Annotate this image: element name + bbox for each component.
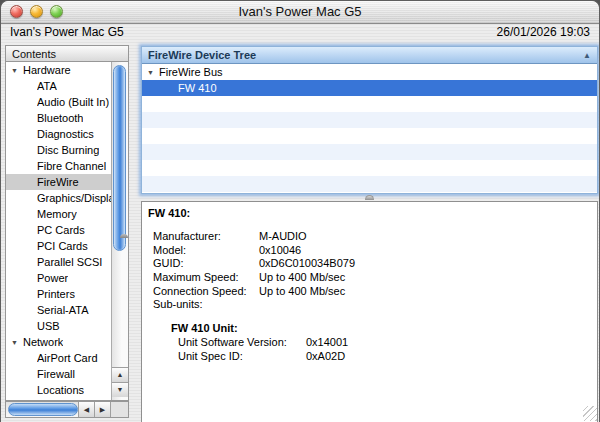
computer-name-label: Ivan's Power Mac G5 [10, 25, 124, 39]
detail-label: GUID: [153, 257, 259, 271]
window-resize-grip[interactable] [583, 406, 597, 421]
detail-label: Maximum Speed: [153, 271, 259, 285]
sidebar-splitter-caret[interactable] [120, 234, 128, 238]
detail-row: Maximum Speed: Up to 400 Mb/sec [153, 271, 591, 285]
subunit-section: FW 410 Unit: Unit Software Version: 0x14… [153, 322, 591, 363]
sidebar-item[interactable]: ▼ Bluetooth [6, 110, 111, 126]
sidebar-item-label: USB [37, 318, 60, 334]
title-bar[interactable]: Ivan's Power Mac G5 [1, 1, 599, 24]
detail-label: Unit Software Version: [178, 336, 306, 350]
sidebar-item-label: FireWire [37, 174, 79, 190]
vertical-scroll-buttons: ▲ ▼ [112, 367, 128, 397]
scroll-down-icon: ▼ [117, 386, 124, 393]
detail-value: M-AUDIO [259, 230, 307, 244]
device-details-panel: FW 410: Manufacturer: M-AUDIO Model: 0x1… [141, 201, 598, 422]
fw410-device-row[interactable]: FW 410 [142, 80, 597, 96]
scroll-right-button[interactable]: ▶ [94, 402, 110, 417]
contents-column-header[interactable]: Contents [5, 45, 129, 62]
sidebar-item[interactable]: ▼ Memory [6, 206, 111, 222]
empty-row[interactable] [142, 96, 597, 112]
subunit-title: FW 410 Unit: [171, 322, 591, 336]
panel-splitter-handle[interactable] [365, 195, 374, 200]
sidebar-horizontal-scrollbar[interactable]: ◀ ▶ [5, 401, 129, 418]
sidebar-item[interactable]: ▼ PC Cards [6, 222, 111, 238]
sidebar-item-label: Serial-ATA [37, 302, 89, 318]
detail-value: Up to 400 Mb/sec [259, 285, 345, 299]
detail-row: Sub-units: [153, 298, 591, 312]
vertical-scroll-thumb[interactable] [113, 65, 126, 251]
sidebar-item[interactable]: ▼ Locations [6, 382, 111, 398]
device-tree-empty-rows [142, 96, 597, 192]
sidebar-item[interactable]: ▼ Hardware [6, 62, 111, 78]
scroll-right-icon: ▶ [100, 406, 105, 413]
empty-row[interactable] [142, 112, 597, 128]
detail-label: Connection Speed: [153, 285, 259, 299]
scroll-down-button[interactable]: ▼ [112, 382, 128, 397]
sidebar-item-label: Fibre Channel [37, 158, 106, 174]
sidebar-item[interactable]: ▼ Graphics/Displays [6, 190, 111, 206]
sidebar-item[interactable]: ▼ Diagnostics [6, 126, 111, 142]
device-tree-column-header[interactable]: FireWire Device Tree ▲ [142, 47, 597, 64]
firewire-bus-label: FireWire Bus [159, 64, 223, 80]
contents-tree: ▼ Hardware ▼ ATA ▼ Audio (Built In) [6, 62, 111, 400]
subunit-fields: Unit Software Version: 0x14001 Unit Spec… [153, 336, 591, 363]
detail-row: Manufacturer: M-AUDIO [153, 230, 591, 244]
sidebar-item-label: PCI Cards [37, 238, 88, 254]
detail-value: 0xA02D [306, 350, 345, 364]
sidebar-item[interactable]: ▼ Serial-ATA [6, 302, 111, 318]
disclosure-triangle-icon[interactable]: ▼ [11, 334, 23, 350]
scroll-up-button[interactable]: ▲ [112, 367, 128, 382]
sidebar-item[interactable]: ▼ Fibre Channel [6, 158, 111, 174]
fw410-device-label: FW 410 [178, 80, 217, 96]
disclosure-triangle-icon[interactable]: ▼ [11, 62, 23, 78]
contents-list: ▼ Hardware ▼ ATA ▼ Audio (Built In) [5, 62, 129, 401]
sidebar-item[interactable]: ▼ USB [6, 318, 111, 334]
sidebar-item-label: Locations [37, 382, 84, 398]
device-details-title: FW 410: [148, 207, 591, 220]
sidebar-item-label: Hardware [23, 62, 71, 78]
detail-label: Model: [153, 244, 259, 258]
empty-row[interactable] [142, 144, 597, 160]
sort-ascending-icon: ▲ [583, 51, 591, 60]
empty-row[interactable] [142, 160, 597, 176]
sidebar-item-label: Modems [37, 398, 79, 400]
sidebar-item[interactable]: ▼ Disc Burning [6, 142, 111, 158]
detail-label: Manufacturer: [153, 230, 259, 244]
sidebar-item-label: Parallel SCSI [37, 254, 102, 270]
firewire-bus-row[interactable]: ▼ FireWire Bus [142, 64, 597, 80]
sidebar-item[interactable]: ▼ Power [6, 270, 111, 286]
sidebar-item-label: Disc Burning [37, 142, 99, 158]
system-profiler-window: Ivan's Power Mac G5 Ivan's Power Mac G5 … [0, 0, 600, 422]
sidebar-item-label: ATA [37, 78, 57, 94]
horizontal-scroll-track[interactable] [6, 402, 78, 417]
sidebar-item-label: Graphics/Displays [37, 190, 111, 206]
sidebar-item[interactable]: ▼ Parallel SCSI [6, 254, 111, 270]
sidebar-item[interactable]: ▼ Printers [6, 286, 111, 302]
sidebar-item-label: Bluetooth [37, 110, 83, 126]
sidebar-vertical-scrollbar[interactable]: ▲ ▼ [111, 62, 128, 400]
window-title: Ivan's Power Mac G5 [1, 4, 599, 19]
sidebar-item-label: AirPort Card [37, 350, 98, 366]
sidebar-item[interactable]: ▼ Firewall [6, 366, 111, 382]
sidebar-item[interactable]: ▼ Network [6, 334, 111, 350]
contents-sidebar: Contents ▼ Hardware ▼ ATA ▼ Audio [5, 45, 129, 418]
scroll-left-button[interactable]: ◀ [78, 402, 94, 417]
empty-row[interactable] [142, 128, 597, 144]
disclosure-triangle-icon[interactable]: ▼ [147, 64, 159, 80]
detail-row: Model: 0x10046 [153, 244, 591, 258]
sidebar-item[interactable]: ▼ Modems [6, 398, 111, 400]
sidebar-item[interactable]: ▼ FireWire [6, 174, 111, 190]
sidebar-item[interactable]: ▼ Audio (Built In) [6, 94, 111, 110]
detail-value: 0x14001 [306, 336, 348, 350]
sidebar-item-label: Firewall [37, 366, 75, 382]
sidebar-item-label: Audio (Built In) [37, 94, 109, 110]
device-details-fields: Manufacturer: M-AUDIO Model: 0x10046 GUI… [153, 230, 591, 312]
sidebar-item[interactable]: ▼ AirPort Card [6, 350, 111, 366]
detail-row: GUID: 0xD6C010034B079 [153, 257, 591, 271]
detail-label: Sub-units: [153, 298, 259, 312]
sidebar-item[interactable]: ▼ ATA [6, 78, 111, 94]
sidebar-item[interactable]: ▼ PCI Cards [6, 238, 111, 254]
horizontal-scroll-thumb[interactable] [8, 403, 78, 416]
empty-row[interactable] [142, 176, 597, 192]
sidebar-item-label: Printers [37, 286, 75, 302]
